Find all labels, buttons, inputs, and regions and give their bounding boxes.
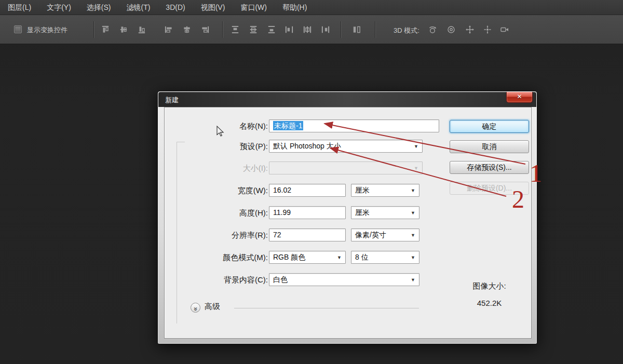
distribute-widths-icon[interactable]: [352, 25, 361, 34]
ok-button[interactable]: 确定: [450, 120, 529, 133]
chevron-down-icon: ▼: [414, 140, 418, 153]
size-select: ▼: [269, 161, 423, 174]
distribute-top-edges-icon[interactable]: [231, 25, 240, 34]
dialog-title: 新建: [165, 96, 179, 105]
chevron-double-down-icon: »: [191, 307, 200, 311]
height-label: 高度(H):: [174, 206, 268, 219]
distribute-vertical-centers-icon[interactable]: [249, 25, 258, 34]
3d-drag-icon[interactable]: [465, 25, 475, 34]
advanced-expand-toggle[interactable]: »: [191, 303, 200, 313]
menu-type[interactable]: 文字(Y): [39, 0, 79, 15]
preset-value: 默认 Photoshop 大小: [273, 142, 341, 150]
resolution-unit-select[interactable]: 像素/英寸▼: [351, 228, 419, 241]
chevron-down-icon: ▼: [411, 251, 415, 264]
menu-layer[interactable]: 图层(L): [0, 0, 39, 15]
size-label: 大小(I):: [174, 161, 268, 174]
image-size-label: 图像大小:: [450, 281, 529, 291]
color-mode-value: RGB 颜色: [273, 253, 305, 261]
menu-select[interactable]: 选择(S): [79, 0, 119, 15]
chevron-down-icon: ▼: [411, 229, 415, 241]
chevron-down-icon: ▼: [337, 251, 342, 264]
photoshop-window: 图层(L) 文字(Y) 选择(S) 滤镜(T) 3D(D) 视图(V) 窗口(W…: [0, 0, 623, 364]
align-right-edges-icon[interactable]: [200, 25, 210, 34]
menu-bar: 图层(L) 文字(Y) 选择(S) 滤镜(T) 3D(D) 视图(V) 窗口(W…: [0, 0, 623, 15]
resolution-unit-value: 像素/英寸: [355, 231, 386, 239]
align-horizontal-centers-icon[interactable]: [182, 25, 192, 34]
divider: [93, 21, 94, 38]
distribute-bottom-edges-icon[interactable]: [267, 25, 276, 34]
name-value: 未标题-1: [273, 121, 303, 130]
resolution-label: 分辨率(R):: [174, 228, 268, 241]
divider: [375, 21, 375, 38]
background-contents-value: 白色: [273, 275, 288, 284]
options-bar: 显示变换控件 3D 模式:: [0, 15, 623, 44]
height-unit-select[interactable]: 厘米▼: [351, 206, 419, 219]
chevron-down-icon: ▼: [411, 207, 415, 219]
width-unit-value: 厘米: [355, 186, 370, 194]
close-icon[interactable]: ✕: [506, 92, 533, 103]
height-unit-value: 厘米: [355, 208, 370, 217]
color-mode-select[interactable]: RGB 颜色▼: [269, 251, 346, 264]
chevron-down-icon: ▼: [414, 162, 418, 174]
width-unit-select[interactable]: 厘米▼: [351, 184, 419, 197]
menu-view[interactable]: 视图(V): [193, 0, 233, 15]
delete-preset-button: 删除预设(D)...: [450, 182, 529, 195]
bit-depth-value: 8 位: [355, 253, 369, 261]
show-transform-label: 显示变换控件: [27, 25, 67, 35]
name-label: 名称(N):: [174, 119, 268, 132]
background-contents-select[interactable]: 白色▼: [269, 273, 419, 286]
preset-label: 预设(P):: [174, 140, 268, 153]
distribute-right-edges-icon[interactable]: [321, 25, 330, 34]
mode-3d-label: 3D 模式:: [394, 26, 419, 35]
chevron-down-icon: ▼: [411, 184, 415, 197]
menu-window[interactable]: 窗口(W): [233, 0, 275, 15]
align-bottom-edges-icon[interactable]: [137, 25, 146, 34]
distribute-left-edges-icon[interactable]: [285, 25, 294, 34]
align-vertical-centers-icon[interactable]: [119, 25, 128, 34]
advanced-label: 高级: [205, 302, 220, 312]
bit-depth-select[interactable]: 8 位▼: [351, 251, 419, 264]
divider: [341, 21, 341, 38]
save-preset-button[interactable]: 存储预设(S)...: [450, 161, 529, 174]
image-size-value: 452.2K: [450, 299, 529, 307]
menu-3d[interactable]: 3D(D): [158, 0, 193, 15]
3d-slide-icon[interactable]: [483, 25, 492, 34]
color-mode-label: 颜色模式(M):: [174, 251, 268, 264]
3d-camera-icon[interactable]: [500, 25, 509, 34]
height-input[interactable]: 11.99: [269, 206, 346, 219]
cancel-button[interactable]: 取消: [450, 140, 529, 153]
show-transform-checkbox[interactable]: [14, 25, 22, 33]
background-contents-label: 背景内容(C):: [174, 273, 268, 286]
preset-select[interactable]: 默认 Photoshop 大小▼: [269, 140, 423, 153]
divider: [222, 21, 223, 38]
3d-roll-icon[interactable]: [446, 25, 456, 34]
3d-rotate-icon[interactable]: [428, 25, 437, 34]
menu-help[interactable]: 帮助(H): [275, 0, 315, 15]
resolution-input[interactable]: 72: [269, 228, 346, 241]
width-label: 宽度(W):: [174, 184, 268, 197]
align-left-edges-icon[interactable]: [164, 25, 173, 34]
divider: [234, 308, 419, 308]
menu-filter[interactable]: 滤镜(T): [118, 0, 158, 15]
dialog-title-bar[interactable]: 新建 ✕: [158, 92, 536, 107]
width-input[interactable]: 16.02: [269, 184, 346, 197]
new-document-dialog: 新建 ✕ 名称(N): 未标题-1 预设(P): 默认 Photoshop 大小…: [157, 91, 537, 344]
distribute-horizontal-centers-icon[interactable]: [303, 25, 312, 34]
align-top-edges-icon[interactable]: [101, 25, 110, 34]
name-input[interactable]: 未标题-1: [269, 119, 439, 132]
chevron-down-icon: ▼: [411, 274, 415, 286]
